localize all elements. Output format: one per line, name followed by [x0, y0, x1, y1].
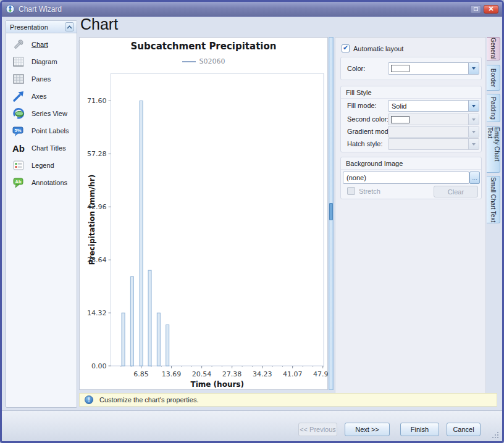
presentation-panel: Presentation Chart [6, 20, 77, 408]
chevron-down-icon[interactable] [468, 63, 479, 74]
background-image-field[interactable]: (none) [343, 172, 469, 184]
chart-bar [157, 313, 160, 366]
automatic-layout-row: Automatic layout [342, 44, 403, 52]
sidebar-item-legend[interactable]: Legend [6, 157, 77, 174]
tab-label: Border [490, 68, 497, 87]
splitter-grip[interactable] [329, 203, 333, 220]
presentation-header-label: Presentation [10, 23, 65, 31]
y-tick-label: 71.60 [87, 97, 107, 105]
color-dropdown[interactable] [388, 62, 479, 75]
maximize-icon [474, 7, 478, 11]
background-image-value: (none) [346, 174, 366, 181]
sidebar-item-series-view[interactable]: Series View [6, 105, 77, 122]
stretch-row: Stretch [347, 187, 380, 195]
sidebar-item-label: Point Labels [32, 127, 69, 135]
close-button[interactable]: ✕ [484, 5, 498, 14]
chevron-up-icon [67, 25, 72, 29]
next-button-label: Next >> [355, 426, 379, 433]
annotations-glyph: Ab [15, 179, 22, 184]
x-tick-label: 6.85 [133, 370, 149, 378]
cancel-button[interactable]: Cancel [447, 423, 481, 436]
wrench-icon [11, 38, 26, 51]
tab-small-chart-text[interactable]: Small Chart Text [487, 176, 500, 223]
chart-titles-icon: Ab [11, 141, 26, 155]
sidebar-item-panes[interactable]: Panes [6, 70, 77, 88]
gradient-mode-dropdown[interactable] [388, 126, 479, 138]
fill-mode-label: Fill mode: [347, 102, 377, 109]
cancel-button-label: Cancel [453, 426, 474, 433]
x-tick-label: 27.38 [222, 370, 242, 378]
resize-grip[interactable] [492, 431, 499, 439]
y-tick-label: 57.28 [87, 150, 107, 158]
chart-plot: 6.8513.6920.5427.3834.2341.0747.920.0014… [80, 38, 329, 391]
window-title: Chart Wizard [19, 5, 468, 14]
point-labels-glyph: 5% [15, 128, 22, 133]
chart-bar [130, 276, 133, 366]
titlebar[interactable]: Chart Wizard ✕ [2, 2, 502, 17]
browse-button[interactable]: ... [469, 172, 480, 184]
sidebar-item-label: Diagram [32, 58, 57, 65]
chart-bar [140, 101, 143, 366]
app-icon [6, 4, 15, 14]
chart-bar [166, 325, 169, 366]
x-tick-label: 47.92 [313, 370, 329, 378]
chart-legend: S02060 [80, 57, 327, 65]
collapse-panel-button[interactable] [65, 22, 74, 31]
y-tick-label: 14.32 [87, 309, 107, 317]
splitter[interactable] [329, 37, 334, 390]
fill-mode-value: Solid [388, 102, 468, 110]
color-group: Color: [340, 57, 482, 80]
sidebar-item-label: Legend [32, 162, 54, 169]
hatch-style-label: Hatch style: [347, 140, 382, 147]
stretch-checkbox[interactable] [347, 187, 355, 195]
maximize-button[interactable] [470, 5, 481, 14]
finish-button-label: Finish [411, 426, 429, 433]
hatch-style-dropdown[interactable] [388, 138, 479, 150]
panes-icon [11, 72, 26, 86]
sidebar-item-label: Series View [32, 110, 67, 117]
page-title: Chart [80, 15, 118, 33]
axes-arrow-icon [11, 89, 26, 103]
sidebar-item-annotations[interactable]: Ab Annotations [6, 174, 77, 191]
previous-button-label: << Previous [300, 426, 336, 433]
second-color-dropdown[interactable] [388, 114, 479, 125]
sidebar-item-label: Annotations [32, 179, 67, 186]
sidebar-item-axes[interactable]: Axes [6, 88, 77, 105]
automatic-layout-checkbox[interactable] [342, 44, 350, 52]
chart-titles-glyph: Ab [12, 143, 25, 154]
legend-series-label: S02060 [200, 57, 225, 65]
x-axis-title: Time (hours) [191, 380, 244, 389]
clear-button[interactable]: Clear [434, 186, 478, 197]
chart-preview: 6.8513.6920.5427.3834.2341.0747.920.0014… [79, 37, 328, 390]
sidebar-item-chart[interactable]: Chart [6, 36, 77, 53]
color-swatch [391, 65, 410, 72]
sidebar-item-diagram[interactable]: Diagram [6, 53, 77, 70]
sidebar-item-chart-titles[interactable]: Ab Chart Titles [6, 139, 77, 157]
x-tick-label: 20.54 [192, 370, 212, 378]
tab-label: Empty Chart Text [487, 127, 500, 172]
sidebar-item-label: Axes [32, 93, 46, 100]
options-panel: Automatic layout Color: Fill Style Fill … [335, 37, 486, 394]
status-message: Customize the chart's properties. [99, 396, 198, 404]
next-button[interactable]: Next >> [345, 423, 390, 436]
tab-border[interactable]: Border [487, 65, 500, 91]
tab-label: General [490, 38, 497, 60]
finish-button[interactable]: Finish [400, 423, 439, 436]
second-color-swatch [391, 116, 410, 123]
chevron-down-icon[interactable] [468, 101, 479, 111]
x-tick-label: 41.07 [283, 370, 303, 378]
tab-label: Padding [490, 97, 497, 120]
tab-empty-chart-text[interactable]: Empty Chart Text [487, 126, 500, 173]
tab-general[interactable]: General [487, 37, 500, 60]
series-view-icon [11, 107, 26, 120]
background-image-title: Background Image [341, 157, 481, 170]
tab-padding[interactable]: Padding [487, 94, 500, 122]
previous-button[interactable]: << Previous [298, 423, 337, 436]
legend-line-marker [182, 61, 196, 62]
y-axis-title: Precipitation (mm/hr) [88, 175, 96, 265]
sidebar-item-point-labels[interactable]: 5% Point Labels [6, 122, 77, 139]
tab-label: Small Chart Text [490, 177, 497, 222]
status-bar: ! Customize the chart's properties. [79, 393, 497, 407]
second-color-label: Second color: [347, 115, 388, 123]
fill-mode-dropdown[interactable]: Solid [388, 100, 479, 112]
